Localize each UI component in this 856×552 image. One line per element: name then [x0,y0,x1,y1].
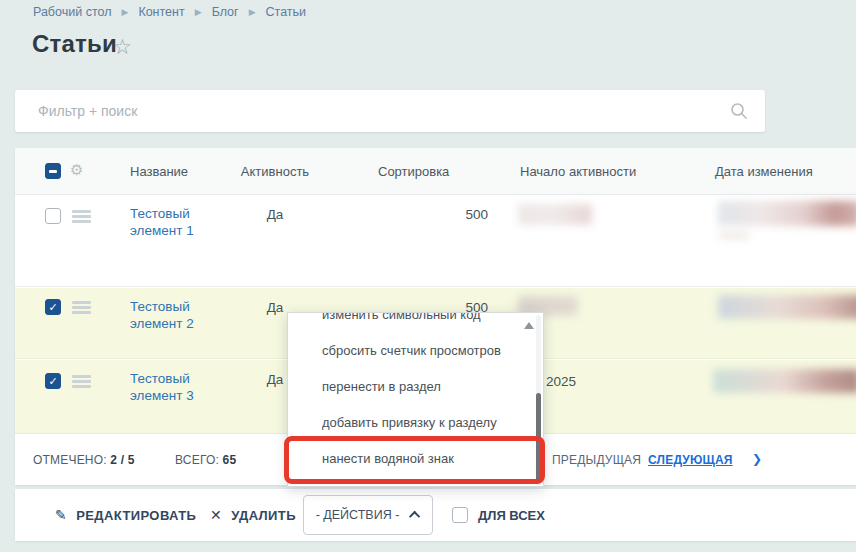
menu-item-add-section-binding[interactable]: добавить привязку к разделу [288,405,543,441]
breadcrumb-desktop[interactable]: Рабочий стол [33,5,111,19]
chevron-right-icon[interactable]: ❯ [752,452,762,466]
page-title: Статьи [32,30,117,58]
menu-item-change-symbolic-code[interactable]: изменить символьный код [288,312,543,333]
edit-button[interactable]: ✎ РЕДАКТИРОВАТЬ [55,489,196,541]
for-all-checkbox-group: ДЛЯ ВСЕХ [452,489,545,541]
column-header-activity[interactable]: Активность [220,164,330,179]
breadcrumb: Рабочий стол ▶ Контент ▶ Блог ▶ Статьи [33,5,306,19]
row-drag-handle-icon[interactable] [72,375,91,388]
redacted-date-modified [719,231,749,239]
favorite-star-icon[interactable]: ☆ [113,35,132,59]
row-sort-value: 500 [378,207,488,222]
menu-item-apply-watermark[interactable]: нанести водяной знак [288,441,543,477]
group-actions-bar: ✎ РЕДАКТИРОВАТЬ ✕ УДАЛИТЬ - ДЕЙСТВИЯ - Д… [15,489,856,541]
for-all-label: ДЛЯ ВСЕХ [478,508,545,523]
row-checkbox[interactable] [45,208,61,224]
select-all-checkbox[interactable] [45,163,61,179]
row-drag-handle-icon[interactable] [72,301,91,314]
breadcrumb-arrow-icon: ▶ [195,7,202,17]
menu-item-reset-view-counter[interactable]: сбросить счетчик просмотров [288,333,543,369]
row-drag-handle-icon[interactable] [72,210,91,223]
breadcrumb-articles[interactable]: Статьи [266,5,307,19]
delete-button[interactable]: ✕ УДАЛИТЬ [210,489,296,541]
x-icon: ✕ [210,508,222,522]
for-all-checkbox[interactable] [452,507,468,523]
column-header-activity-start[interactable]: Начало активности [520,164,636,179]
column-header-sorting[interactable]: Сортировка [378,164,449,179]
table-row: Тестовый элемент 1 Да 500 [15,195,856,287]
grid-settings-gear-icon[interactable]: ⚙ [70,163,83,178]
breadcrumb-blog[interactable]: Блог [212,5,239,19]
bitrix-articles-admin-page: Рабочий стол ▶ Контент ▶ Блог ▶ Статьи С… [0,0,856,552]
redacted-date-modified [718,201,856,226]
scroll-up-arrow-icon[interactable] [524,322,534,329]
pagination-next[interactable]: СЛЕДУЮЩАЯ [648,453,733,467]
menu-scrollbar-thumb[interactable] [536,393,541,481]
row-name-link[interactable]: Тестовый элемент 3 [130,370,225,404]
row-name-link[interactable]: Тестовый элемент 1 [130,205,225,239]
menu-item-move-to-section[interactable]: перенести в раздел [288,369,543,405]
grid-header-row: ⚙ Название Активность Сортировка Начало … [15,148,856,195]
row-activity-start-value: 2025 [546,374,576,389]
filter-search-box [15,90,765,132]
total-counter: ВСЕГО: 65 [175,453,236,467]
redacted-date-modified [713,369,856,393]
pagination-previous[interactable]: ПРЕДЫДУЩАЯ [552,453,641,467]
row-checkbox[interactable] [45,373,61,389]
filter-search-input[interactable] [15,90,765,132]
row-checkbox[interactable] [45,299,61,315]
breadcrumb-arrow-icon: ▶ [121,7,128,17]
chevron-up-icon [409,511,420,522]
column-header-date-modified[interactable]: Дата изменения [715,164,813,179]
column-header-name[interactable]: Название [130,164,188,179]
pencil-icon: ✎ [55,508,67,522]
actions-dropdown-button[interactable]: - ДЕЙСТВИЯ - [303,495,433,535]
redacted-date-modified [718,295,856,319]
context-menu-list: изменить символьный код сбросить счетчик… [288,312,543,477]
redacted-activity-start [518,204,592,225]
row-activity-value: Да [220,207,330,222]
actions-context-menu: изменить символьный код сбросить счетчик… [287,312,544,487]
breadcrumb-content[interactable]: Контент [138,5,184,19]
breadcrumb-arrow-icon: ▶ [249,7,256,17]
search-icon[interactable] [729,101,749,121]
row-name-link[interactable]: Тестовый элемент 2 [130,298,225,332]
checked-counter: ОТМЕЧЕНО: 2 / 5 [33,453,135,467]
